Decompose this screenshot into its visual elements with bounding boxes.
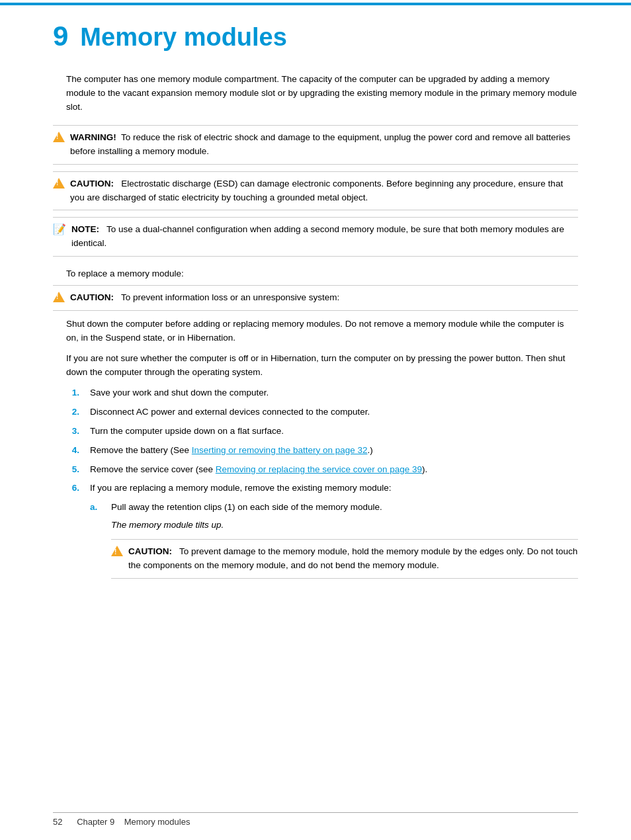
- step-1-number: 1.: [66, 386, 79, 400]
- steps-list: 1. Save your work and shut down the comp…: [66, 386, 578, 583]
- warning-text: WARNING! To reduce the risk of electric …: [70, 131, 578, 159]
- step-3: 3. Turn the computer upside down on a fl…: [66, 425, 578, 439]
- caution2-body: To prevent information loss or an unresp…: [121, 292, 339, 302]
- step-5-after-link: ).: [422, 464, 427, 474]
- step-4-text: Remove the battery (See Inserting or rem…: [90, 444, 578, 458]
- caution2-text: CAUTION: To prevent information loss or …: [70, 291, 339, 305]
- step-5: 5. Remove the service cover (see Removin…: [66, 463, 578, 477]
- warning-label: WARNING!: [70, 132, 116, 142]
- content-area: 9 Memory modules The computer has one me…: [0, 3, 631, 641]
- caution1-body: Electrostatic discharge (ESD) can damage…: [70, 179, 563, 202]
- step-4: 4. Remove the battery (See Inserting or …: [66, 444, 578, 458]
- caution1-label: CAUTION:: [70, 179, 114, 189]
- step-3-text: Turn the computer upside down on a flat …: [90, 425, 578, 439]
- chapter-number: 9: [53, 22, 68, 50]
- note-body: To use a dual-channel configuration when…: [71, 224, 564, 248]
- step-4-after-link: .): [368, 445, 373, 455]
- footer-chapter-name: Memory modules: [124, 817, 190, 827]
- footer-chapter-label: Chapter 9: [77, 817, 114, 827]
- sub-step-a-content: Pull away the retention clips (1) on eac…: [111, 501, 578, 579]
- step-1: 1. Save your work and shut down the comp…: [66, 386, 578, 400]
- page-footer: 52 Chapter 9 Memory modules: [53, 812, 578, 827]
- step-6: 6. If you are replacing a memory module,…: [66, 482, 578, 583]
- warning-notice: WARNING! To reduce the risk of electric …: [53, 125, 578, 165]
- warning-triangle-icon: [53, 132, 65, 142]
- note-icon: 📝: [53, 223, 66, 235]
- sub-caution-label: CAUTION:: [128, 546, 172, 556]
- step-5-before-link: Remove the service cover (see: [90, 464, 216, 474]
- note-notice: 📝 NOTE: To use a dual-channel configurat…: [53, 217, 578, 257]
- warning-body: To reduce the risk of electric shock and…: [70, 132, 570, 156]
- intro-paragraph: The computer has one memory module compa…: [66, 73, 578, 114]
- caution1-text: CAUTION: Electrostatic discharge (ESD) c…: [70, 177, 578, 205]
- sub-caution-triangle-icon: [111, 546, 123, 556]
- caution1-notice: CAUTION: Electrostatic discharge (ESD) c…: [53, 171, 578, 211]
- step-1-text: Save your work and shut down the compute…: [90, 386, 578, 400]
- sub-steps-list: a. Pull away the retention clips (1) on …: [90, 501, 578, 579]
- sub-step-a-note: The memory module tilts up.: [111, 519, 578, 532]
- caution1-triangle-icon: [53, 178, 65, 189]
- note-label: NOTE:: [71, 224, 99, 234]
- para2: If you are not sure whether the computer…: [66, 352, 578, 380]
- step-4-link[interactable]: Inserting or removing the battery on pag…: [192, 445, 368, 455]
- page: 9 Memory modules The computer has one me…: [0, 3, 631, 840]
- caution2-label: CAUTION:: [70, 292, 114, 302]
- sub-step-a-text: Pull away the retention clips (1) on eac…: [111, 502, 382, 512]
- step-2: 2. Disconnect AC power and external devi…: [66, 405, 578, 419]
- step-4-before-link: Remove the battery (See: [90, 445, 192, 455]
- step-2-number: 2.: [66, 405, 79, 419]
- step-2-text: Disconnect AC power and external devices…: [90, 405, 578, 419]
- footer-page-number: 52: [53, 817, 62, 827]
- step-6-text: If you are replacing a memory module, re…: [90, 483, 391, 493]
- step-3-number: 3.: [66, 425, 79, 439]
- top-rule: [0, 3, 631, 5]
- caution2-triangle-icon: [53, 292, 65, 302]
- step-4-number: 4.: [66, 444, 79, 458]
- step-5-number: 5.: [66, 463, 79, 477]
- step-5-text: Remove the service cover (see Removing o…: [90, 463, 578, 477]
- note-text: NOTE: To use a dual-channel configuratio…: [71, 223, 578, 251]
- para1: Shut down the computer before adding or …: [66, 317, 578, 345]
- chapter-heading: 9 Memory modules: [53, 22, 578, 53]
- chapter-title: Memory modules: [80, 24, 287, 50]
- sub-step-a: a. Pull away the retention clips (1) on …: [90, 501, 578, 579]
- sub-caution-text: CAUTION: To prevent damage to the memory…: [128, 545, 578, 573]
- sub-caution-body: To prevent damage to the memory module, …: [128, 546, 577, 570]
- to-replace-label: To replace a memory module:: [66, 267, 578, 281]
- sub-caution-notice: CAUTION: To prevent damage to the memory…: [111, 539, 578, 579]
- sub-step-a-label: a.: [90, 501, 101, 515]
- step-5-link[interactable]: Removing or replacing the service cover …: [216, 464, 422, 474]
- step-6-number: 6.: [66, 482, 79, 495]
- step-6-content: If you are replacing a memory module, re…: [90, 482, 578, 583]
- caution2-notice: CAUTION: To prevent information loss or …: [53, 285, 578, 311]
